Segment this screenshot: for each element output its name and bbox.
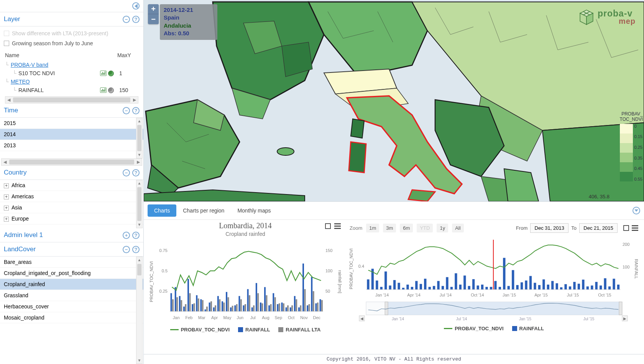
time-item-2014[interactable]: 2014: [0, 129, 143, 140]
globe-off-icon[interactable]: [108, 87, 114, 93]
expander-icon[interactable]: +: [4, 217, 9, 222]
opt-growing-season[interactable]: Growing season from July to June: [4, 38, 140, 48]
svg-rect-151: [534, 283, 536, 290]
layer-help-button[interactable]: [132, 16, 140, 23]
svg-rect-164: [591, 285, 593, 290]
time-help-button[interactable]: [132, 107, 140, 114]
layer-hscroll[interactable]: ◀▶: [5, 96, 138, 104]
svg-text:Jan '14: Jan '14: [392, 317, 404, 321]
country-item-asia[interactable]: +Asia: [0, 202, 143, 213]
tree-item-s10-toc-ndvi[interactable]: └ S10 TOC NDVI 1: [5, 69, 138, 77]
country-vscroll[interactable]: ▲▼: [136, 180, 143, 228]
svg-rect-66: [185, 304, 186, 311]
svg-rect-64: [176, 297, 178, 311]
svg-text:Dec: Dec: [313, 315, 321, 320]
map-svg: [144, 0, 644, 201]
country-help-button[interactable]: [132, 169, 140, 176]
zoom-6m[interactable]: 6m: [400, 224, 413, 232]
tree-group-meteo[interactable]: └ METEO: [5, 77, 138, 86]
chart-icon[interactable]: [100, 87, 107, 93]
svg-rect-42: [234, 305, 236, 311]
tree-group-probav[interactable]: └ PROBA-V band: [5, 61, 138, 69]
landcover-collapse-button[interactable]: [123, 246, 130, 253]
time-item-2013[interactable]: 2013: [0, 140, 143, 151]
zoom-all[interactable]: All: [452, 224, 463, 232]
svg-rect-69: [198, 298, 199, 311]
expander-icon[interactable]: +: [4, 206, 9, 211]
country-item-americas[interactable]: +Americas: [0, 191, 143, 202]
svg-text:Aug: Aug: [262, 315, 269, 320]
admin1-help-button[interactable]: [132, 232, 140, 239]
charts-collapse-button[interactable]: [632, 207, 640, 214]
svg-rect-126: [424, 279, 426, 290]
zoom-1m[interactable]: 1m: [366, 224, 379, 232]
landcover-item[interactable]: Bare_areas: [0, 257, 143, 268]
time-item-2015[interactable]: 2015: [0, 118, 143, 129]
chart-icon[interactable]: [100, 71, 107, 76]
chart-navigator[interactable]: Jan '14Jul '14Jan '15Jul '15◀▶: [348, 300, 639, 322]
expander-icon[interactable]: +: [4, 183, 9, 188]
country-item-africa[interactable]: +Africa: [0, 180, 143, 191]
svg-rect-32: [192, 304, 193, 311]
svg-text:Jun: Jun: [237, 315, 243, 320]
from-date-input[interactable]: [530, 223, 568, 233]
svg-text:100: 100: [325, 268, 332, 273]
landcover-item[interactable]: Cropland_irrigated_or_post_flooding: [0, 268, 143, 279]
tab-charts-per-region[interactable]: Charts per region: [176, 204, 231, 217]
chart-menu-icon[interactable]: [334, 223, 341, 229]
landcover-help-button[interactable]: [132, 246, 140, 253]
svg-text:Oct: Oct: [288, 315, 294, 320]
svg-rect-142: [494, 281, 496, 290]
svg-text:Jul '15: Jul '15: [567, 293, 579, 297]
expander-icon[interactable]: +: [4, 194, 9, 199]
country-item-europe[interactable]: +Europe: [0, 213, 143, 224]
svg-text:150: 150: [325, 248, 332, 253]
svg-rect-29: [179, 296, 181, 311]
svg-rect-95: [309, 304, 310, 311]
tab-monthly-maps[interactable]: Monthly maps: [231, 204, 277, 217]
layer-collapse-button[interactable]: [123, 16, 130, 23]
svg-text:rainfall [mm]: rainfall [mm]: [338, 270, 342, 293]
tree-item-rainfall[interactable]: └ RAINFALL 150: [5, 86, 138, 94]
time-vscroll[interactable]: ▲▼: [136, 118, 143, 158]
chart-left-svg: PROBAV_TOC_NDVIrainfall [mm]0.250.50.755…: [148, 240, 343, 323]
time-hscroll[interactable]: ◀▶: [1, 158, 142, 166]
svg-rect-76: [228, 297, 229, 311]
zoom-in-button[interactable]: +: [148, 4, 159, 14]
svg-rect-129: [437, 281, 439, 290]
svg-text:50: 50: [325, 289, 330, 293]
landcover-item[interactable]: Cropland_rainfed: [0, 279, 143, 290]
chart-menu-icon[interactable]: [632, 225, 638, 231]
svg-rect-67: [189, 293, 191, 311]
zoom-1y[interactable]: 1y: [437, 224, 448, 232]
landcover-vscroll[interactable]: ▲▼: [136, 257, 143, 364]
svg-rect-154: [547, 285, 549, 290]
globe-on-icon[interactable]: [108, 71, 114, 76]
country-collapse-button[interactable]: [123, 169, 130, 176]
zoom-out-button[interactable]: −: [148, 14, 159, 24]
logo: proba-v mep: [578, 8, 636, 26]
svg-rect-74: [219, 299, 220, 311]
maximize-icon[interactable]: [325, 223, 331, 229]
panel-header-landcover: LandCover: [0, 242, 143, 257]
map-view[interactable]: + − 2014-12-21 Spain Andalucia Abs: 0.50…: [144, 0, 644, 201]
svg-rect-84: [261, 303, 263, 311]
time-collapse-button[interactable]: [123, 107, 130, 114]
svg-rect-134: [459, 285, 462, 290]
admin1-expand-button[interactable]: [123, 232, 130, 239]
sidebar-collapse-button[interactable]: [132, 2, 140, 10]
svg-rect-92: [296, 299, 297, 311]
sidebar-collapse-row: [0, 0, 143, 12]
landcover-item[interactable]: Mosaic_cropland: [0, 312, 143, 323]
zoom-3m[interactable]: 3m: [383, 224, 396, 232]
panel-header-layer: Layer: [0, 12, 143, 26]
tab-charts[interactable]: Charts: [148, 204, 176, 217]
maximize-icon[interactable]: [623, 225, 629, 231]
svg-rect-52: [277, 304, 278, 311]
landcover-item[interactable]: Herbaceous_cover: [0, 301, 143, 312]
country-list: +Africa +Americas +Asia +Europe: [0, 180, 143, 224]
panel-header-admin1: Admin level 1: [0, 228, 143, 242]
landcover-item[interactable]: Grassland: [0, 290, 143, 301]
to-date-input[interactable]: [579, 223, 618, 233]
zoom-ytd[interactable]: YTD: [417, 224, 433, 232]
